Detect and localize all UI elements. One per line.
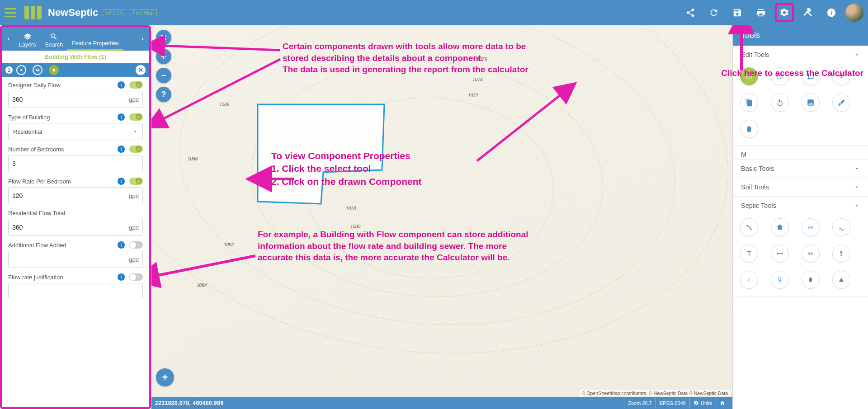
map-attribution: © OpenStreetMap contributors. © NewSepti… bbox=[580, 390, 730, 396]
svg-text:i: i bbox=[748, 277, 749, 282]
toggle-switch[interactable] bbox=[129, 178, 143, 185]
units-chip[interactable]: Units bbox=[689, 398, 716, 408]
tab-layers[interactable]: Layers bbox=[14, 29, 41, 51]
septic-up-tool[interactable] bbox=[832, 271, 850, 289]
prop-label: Flow rate justification bbox=[8, 274, 118, 281]
septic-pump-tool[interactable] bbox=[771, 271, 789, 289]
fullscreen-button[interactable] bbox=[156, 30, 171, 45]
tab-search[interactable]: Search bbox=[41, 29, 68, 51]
toggle-switch[interactable] bbox=[129, 273, 143, 281]
tab-feature-properties[interactable]: Feature Properties bbox=[67, 29, 123, 51]
info-icon[interactable]: i bbox=[118, 178, 125, 185]
septic-house-tool[interactable] bbox=[771, 218, 789, 236]
add-fab-button[interactable]: + bbox=[156, 368, 174, 386]
print-button[interactable] bbox=[751, 3, 770, 22]
map-name-pill[interactable]: First Map bbox=[130, 9, 157, 16]
tools-panel: Tools Edit Tools M bbox=[732, 25, 868, 409]
septic-hs-tool[interactable]: HS bbox=[802, 218, 820, 236]
info-icon[interactable]: i bbox=[118, 273, 125, 281]
rotate-tool[interactable] bbox=[771, 94, 789, 112]
res-total-input[interactable] bbox=[12, 224, 126, 231]
toggle-switch[interactable] bbox=[129, 241, 143, 249]
section-header[interactable]: Edit Tools bbox=[733, 46, 868, 64]
add-flow-input[interactable] bbox=[12, 256, 126, 263]
prop-residential-total: Residential Flow Total gpd bbox=[8, 210, 143, 236]
bedrooms-input[interactable] bbox=[12, 160, 139, 167]
menu-button[interactable] bbox=[5, 8, 16, 17]
main-area: Layers Search Feature Properties Buildin… bbox=[0, 25, 868, 409]
septic-person-tool[interactable] bbox=[832, 244, 850, 263]
crop-tool[interactable] bbox=[802, 67, 820, 85]
section-m: M bbox=[733, 146, 868, 160]
section-header[interactable]: Basic Tools bbox=[733, 160, 868, 178]
text-input[interactable]: gpd bbox=[8, 251, 143, 268]
text-input[interactable]: gpd bbox=[8, 91, 143, 108]
toggle-switch[interactable] bbox=[129, 81, 143, 89]
tabs-next[interactable] bbox=[137, 36, 149, 42]
section-header[interactable]: M bbox=[733, 146, 868, 159]
prop-label: Additional Flow Added bbox=[8, 242, 118, 249]
info-icon[interactable]: i bbox=[118, 113, 125, 121]
prop-flow-per-bedroom: Flow Rate Per Bedroom i gpd bbox=[8, 178, 143, 204]
app-name: NewSeptic bbox=[48, 7, 98, 19]
info-icon[interactable]: i bbox=[118, 241, 125, 249]
daily-flow-input[interactable] bbox=[12, 96, 126, 103]
select-input[interactable]: Residential bbox=[8, 123, 143, 140]
selected-feature-shape[interactable] bbox=[255, 102, 387, 206]
image-tool[interactable] bbox=[802, 94, 820, 112]
brush-tool[interactable] bbox=[832, 94, 850, 112]
septic-span-tool[interactable] bbox=[771, 244, 789, 263]
feature-visibility-button[interactable] bbox=[33, 65, 42, 75]
delete-tool[interactable] bbox=[740, 120, 758, 138]
select-tool[interactable] bbox=[740, 67, 758, 85]
elevation-label: 1080 bbox=[350, 224, 360, 229]
user-avatar[interactable] bbox=[845, 4, 863, 22]
zoom-level-chip[interactable]: Zoom 20.7 bbox=[624, 398, 656, 408]
section-header[interactable]: Soil Tools bbox=[733, 178, 868, 196]
toggle-switch[interactable] bbox=[129, 113, 143, 121]
tabs-prev[interactable] bbox=[2, 36, 14, 42]
septic-info-tool[interactable]: i* bbox=[740, 271, 758, 289]
home-chip[interactable] bbox=[716, 398, 729, 408]
text-input[interactable]: gpd bbox=[8, 187, 143, 204]
septic-tank-tool[interactable] bbox=[802, 271, 820, 289]
prop-daily-flow: Designer Daily Flow i gpd bbox=[8, 81, 143, 108]
info-button[interactable] bbox=[822, 3, 841, 22]
svg-rect-18 bbox=[810, 277, 811, 278]
copy-tool[interactable] bbox=[740, 94, 758, 112]
feature-close-button[interactable]: ✕ bbox=[136, 65, 146, 75]
feature-highlight-button[interactable] bbox=[49, 65, 59, 75]
septic-t-tool[interactable] bbox=[740, 244, 758, 263]
map-controls: + − ? bbox=[156, 30, 171, 102]
text-input[interactable]: gpd bbox=[8, 219, 143, 236]
flow-per-bed-input[interactable] bbox=[12, 192, 126, 199]
epsg-chip[interactable]: EPSG:6549 bbox=[656, 398, 689, 408]
septic-pipe-tool[interactable] bbox=[740, 218, 758, 236]
septic-box-tool[interactable] bbox=[802, 244, 820, 263]
coordinates-readout: 2231820.078, 460480.986 bbox=[155, 400, 624, 406]
section-header[interactable]: Septic Tools bbox=[733, 197, 868, 215]
svg-rect-9 bbox=[747, 74, 752, 79]
help-button[interactable]: ? bbox=[156, 87, 171, 102]
svg-rect-3 bbox=[53, 69, 55, 71]
textarea-input[interactable] bbox=[8, 283, 143, 298]
settings-button[interactable] bbox=[775, 3, 794, 22]
tools-button[interactable] bbox=[798, 3, 817, 22]
refresh-button[interactable] bbox=[704, 3, 723, 22]
feature-target-button[interactable] bbox=[16, 65, 26, 75]
move-tool[interactable] bbox=[832, 67, 850, 85]
save-button[interactable] bbox=[728, 3, 747, 22]
septic-field-tool[interactable] bbox=[832, 218, 850, 236]
section-edit-tools: Edit Tools bbox=[733, 46, 868, 146]
info-icon[interactable]: i bbox=[118, 81, 125, 89]
zoom-out-button[interactable]: − bbox=[156, 68, 171, 83]
map-canvas[interactable]: 1076 1074 1072 1086 1088 1078 1080 1082 … bbox=[151, 25, 732, 409]
info-icon[interactable]: i bbox=[118, 146, 125, 153]
select-all-tool[interactable] bbox=[771, 67, 789, 85]
share-button[interactable] bbox=[681, 3, 700, 22]
svg-point-14 bbox=[840, 251, 843, 253]
text-input[interactable] bbox=[8, 155, 143, 172]
zoom-in-button[interactable]: + bbox=[156, 49, 171, 64]
prop-label: Designer Daily Flow bbox=[8, 82, 118, 89]
toggle-switch[interactable] bbox=[129, 146, 143, 153]
